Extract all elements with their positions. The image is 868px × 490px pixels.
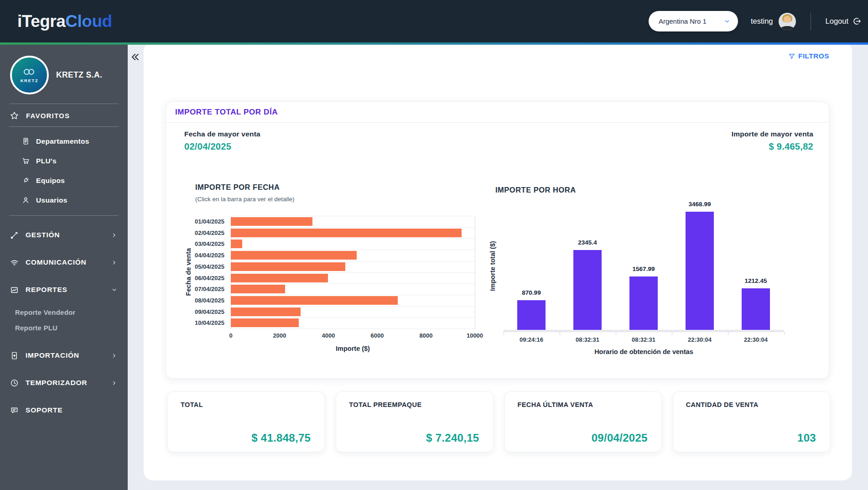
sidebar-item-label: COMUNICACIÓN xyxy=(26,258,111,266)
sidebar-item-label: Equipos xyxy=(36,177,65,185)
sidebar-item-comunicacion[interactable]: COMUNICACIÓN xyxy=(0,249,128,276)
chart-icon xyxy=(10,286,19,294)
summary-card-label: TOTAL PREEMPAQUE xyxy=(349,401,421,408)
bar-value-label: 3468.99 xyxy=(672,201,727,208)
cart-icon xyxy=(22,157,30,165)
company-logo-mark xyxy=(23,67,36,77)
bar-value-label: 1212.45 xyxy=(728,277,783,284)
sidebar-item-label: IMPORTACIÓN xyxy=(26,351,111,360)
bar-hora-2[interactable] xyxy=(629,276,658,330)
wifi-icon xyxy=(10,258,19,267)
bar-hora-0[interactable] xyxy=(517,300,546,330)
summary-card-label: CANTIDAD DE VENTA xyxy=(686,401,759,408)
user-icon xyxy=(22,196,30,204)
x-axis-line xyxy=(504,330,784,332)
chevron-down-icon xyxy=(111,287,118,293)
summary-card-label: TOTAL xyxy=(181,401,203,408)
collapse-sidebar-button[interactable] xyxy=(130,52,141,64)
summary-card-value: 103 xyxy=(797,432,816,444)
summary-card-label: FECHA ÚLTIMA VENTA xyxy=(518,401,593,408)
sidebar-item-label: PLU's xyxy=(36,157,57,165)
sidebar-item-usuarios[interactable]: Usuarios xyxy=(0,190,128,210)
store-selector-dropdown[interactable]: Argentina Nro 1 xyxy=(649,11,738,31)
company-name: KRETZ S.A. xyxy=(56,70,102,80)
chevron-right-icon xyxy=(111,259,118,266)
sidebar-item-equipos[interactable]: Equipos xyxy=(0,171,128,190)
username-label: testing xyxy=(751,17,773,26)
x-axis-tick xyxy=(728,332,728,335)
sidebar-item-gestion[interactable]: GESTIÓN xyxy=(0,221,128,249)
chevron-down-icon xyxy=(723,18,731,25)
main-content-area: FILTROS IMPORTE TOTAL POR DÍA Fecha de m… xyxy=(128,45,868,490)
y-axis-title: Importe total ($) xyxy=(489,211,496,321)
x-axis-tick xyxy=(616,332,616,335)
sidebar-item-label: REPORTES xyxy=(26,286,111,294)
funnel-icon xyxy=(788,52,795,60)
app-logo: iTegraCloud xyxy=(17,12,112,31)
summary-card-value: $ 41.848,75 xyxy=(251,432,311,444)
chevron-right-icon xyxy=(111,352,118,359)
x-tick-label: 22:30:04 xyxy=(728,336,783,343)
x-tick-label: 08:32:31 xyxy=(616,336,671,343)
x-axis-title: Horario de obtención de ventas xyxy=(504,348,784,355)
sidebar-item-label: GESTIÓN xyxy=(26,231,111,239)
favoritos-label: FAVORITOS xyxy=(26,112,70,120)
favorites-list: DepartamentosPLU'sEquiposUsuarios xyxy=(0,127,128,213)
sidebar-item-plus[interactable]: PLU's xyxy=(0,151,128,171)
content-panel: FILTROS IMPORTE TOTAL POR DÍA Fecha de m… xyxy=(144,45,852,480)
submenu-reportes: Reporte VendedorReporte PLU xyxy=(0,303,128,342)
summary-cards-row: TOTAL$ 41.848,75TOTAL PREEMPAQUE$ 7.240,… xyxy=(167,391,830,452)
bar-hora-3[interactable] xyxy=(686,212,714,330)
sidebar-company-header: KRETZ KRETZ S.A. xyxy=(0,45,128,94)
sidebar-item-importacion[interactable]: IMPORTACIÓN xyxy=(0,342,128,369)
app-logo-primary: iTegra xyxy=(17,12,65,31)
clock-icon xyxy=(10,379,19,387)
import-icon xyxy=(10,351,19,360)
summary-card-1: TOTAL PREEMPAQUE$ 7.240,15 xyxy=(336,391,493,452)
navbar-divider xyxy=(811,13,811,30)
avatar[interactable] xyxy=(779,13,796,30)
summary-card-3: CANTIDAD DE VENTA103 xyxy=(673,391,830,452)
bar-hora-1[interactable] xyxy=(573,250,602,330)
summary-card-value: 09/04/2025 xyxy=(592,432,648,444)
sidebar-menu: GESTIÓNCOMUNICACIÓNREPORTESReporte Vende… xyxy=(0,216,128,424)
x-tick-label: 08:32:31 xyxy=(560,336,615,343)
avatar-torso xyxy=(780,26,795,30)
star-icon xyxy=(10,111,19,120)
sidebar-item-label: Usuarios xyxy=(36,196,68,204)
sidebar-item-temporizador[interactable]: TEMPORIZADOR xyxy=(0,369,128,396)
chevron-right-icon xyxy=(111,380,118,386)
chart-importe-por-hora: IMPORTE POR HORA Importe total ($) Horar… xyxy=(166,102,829,378)
plug-icon xyxy=(22,177,30,184)
x-axis-tick xyxy=(672,332,672,335)
building-icon xyxy=(22,137,30,145)
sidebar-item-reportes[interactable]: REPORTES xyxy=(0,276,128,303)
x-axis-tick xyxy=(504,332,504,335)
sidebar-item-label: SOPORTE xyxy=(26,406,118,414)
chevron-right-icon xyxy=(111,232,118,239)
logout-icon xyxy=(848,16,858,26)
sidebar-item-reporte-plu[interactable]: Reporte PLU xyxy=(0,320,128,335)
app-logo-secondary: Cloud xyxy=(65,12,112,31)
top-navbar: iTegraCloud Argentina Nro 1 testing Logo… xyxy=(0,0,868,42)
company-logo-text: KRETZ xyxy=(21,78,39,83)
logout-label: Logout xyxy=(826,17,848,26)
bar-value-label: 870.99 xyxy=(504,289,559,296)
x-axis-tick xyxy=(784,332,785,335)
summary-card-2: FECHA ÚLTIMA VENTA09/04/2025 xyxy=(504,391,662,452)
company-logo: KRETZ xyxy=(10,56,49,94)
sidebar-item-soporte[interactable]: SOPORTE xyxy=(0,396,128,424)
importe-total-card: IMPORTE TOTAL POR DÍA Fecha de mayor ven… xyxy=(166,101,829,379)
support-icon xyxy=(10,406,19,415)
x-tick-label: 09:24:16 xyxy=(504,336,559,343)
tools-icon xyxy=(10,231,19,240)
sidebar-item-reporte-vendedor[interactable]: Reporte Vendedor xyxy=(0,304,128,320)
avatar-face xyxy=(784,16,791,23)
summary-card-0: TOTAL$ 41.848,75 xyxy=(167,391,325,452)
navbar-right-group: Argentina Nro 1 testing Logout xyxy=(649,0,868,42)
logout-button[interactable]: Logout xyxy=(826,16,858,26)
bar-hora-4[interactable] xyxy=(742,288,770,330)
summary-card-value: $ 7.240,15 xyxy=(426,432,479,444)
sidebar-item-departamentos[interactable]: Departamentos xyxy=(0,131,128,151)
filters-button[interactable]: FILTROS xyxy=(788,52,829,60)
